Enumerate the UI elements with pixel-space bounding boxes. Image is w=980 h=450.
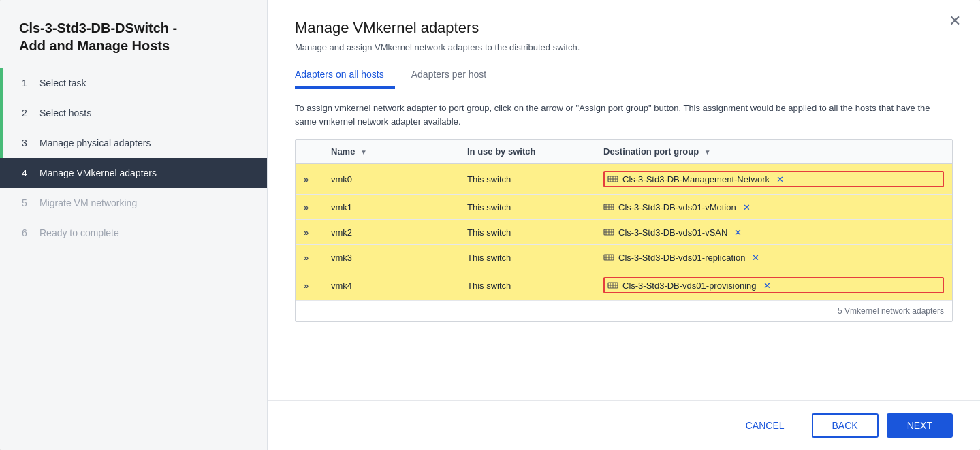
step-label-2: Select hosts (39, 108, 91, 118)
tabs: Adapters on all hosts Adapters per host (295, 63, 953, 89)
dest-sort-icon[interactable]: ▼ (704, 148, 711, 156)
sidebar-item-physical-adapters[interactable]: 3 Manage physical adapters (0, 128, 267, 158)
dest-cell: Cls-3-Std3-DB-Management-Network ✕ (595, 164, 952, 195)
dest-label: Cls-3-Std3-DB-vds01-vMotion (618, 202, 736, 212)
adapters-table: Name ▼ In use by switch Destination port… (296, 140, 952, 301)
sidebar-item-select-hosts[interactable]: 2 Select hosts (0, 98, 267, 128)
col-switch-header: In use by switch (459, 140, 595, 164)
step-label-1: Select task (39, 78, 86, 89)
table-row: » vmk0 This switch (296, 164, 952, 195)
page-title: Manage VMkernel adapters (295, 19, 953, 37)
name-cell: vmk1 (323, 195, 459, 220)
remove-port-group-btn[interactable]: ✕ (743, 202, 750, 212)
dest-cell: Cls-3-Std3-DB-vds01-vMotion ✕ (595, 195, 952, 220)
network-icon (603, 227, 614, 238)
col-dest-header: Destination port group ▼ (595, 140, 952, 164)
switch-cell: This switch (459, 270, 595, 301)
step-number-6: 6 (22, 227, 33, 238)
step-label-5: Migrate VM networking (39, 197, 137, 208)
network-icon (603, 202, 614, 212)
dialog: Cls-3-Std3-DB-DSwitch -Add and Manage Ho… (0, 0, 980, 450)
switch-cell: This switch (459, 195, 595, 220)
name-cell: vmk2 (323, 220, 459, 245)
dest-label: Cls-3-Std3-DB-vds01-provisioning (622, 280, 757, 291)
table-row: » vmk2 This switch (296, 220, 952, 245)
sidebar-steps: 1 Select task 2 Select hosts 3 Manage ph… (0, 68, 267, 450)
expand-cell[interactable]: » (296, 270, 323, 301)
expand-cell[interactable]: » (296, 195, 323, 220)
expand-cell[interactable]: » (296, 220, 323, 245)
sidebar-item-migrate-vm: 5 Migrate VM networking (0, 188, 267, 218)
network-icon (603, 252, 614, 263)
sidebar: Cls-3-Std3-DB-DSwitch -Add and Manage Ho… (0, 0, 268, 450)
col-name-header: Name ▼ (323, 140, 459, 164)
cancel-button[interactable]: CANCEL (727, 415, 804, 436)
step-number-3: 3 (22, 138, 33, 148)
info-text: To assign vmkernel network adapter to po… (295, 101, 953, 128)
close-button[interactable]: ✕ (949, 14, 961, 29)
table-row: » vmk3 This switch (296, 245, 952, 270)
tab-per-host[interactable]: Adapters per host (411, 63, 498, 89)
switch-cell: This switch (459, 164, 595, 195)
adapters-table-wrapper: Name ▼ In use by switch Destination port… (295, 139, 953, 322)
table-row: » vmk4 This switch (296, 270, 952, 301)
col-expand-header (296, 140, 323, 164)
sidebar-item-vmkernel-adapters[interactable]: 4 Manage VMkernel adapters (0, 158, 267, 188)
table-footer: 5 Vmkernel network adapters (296, 301, 952, 321)
name-cell: vmk3 (323, 245, 459, 270)
step-label-3: Manage physical adapters (39, 138, 151, 148)
remove-port-group-btn[interactable]: ✕ (752, 253, 759, 263)
name-sort-icon[interactable]: ▼ (360, 148, 367, 156)
remove-port-group-btn[interactable]: ✕ (776, 174, 784, 184)
remove-port-group-btn[interactable]: ✕ (734, 227, 742, 238)
step-label-4: Manage VMkernel adapters (39, 167, 157, 178)
switch-cell: This switch (459, 245, 595, 270)
dest-label: Cls-3-Std3-DB-Management-Network (622, 174, 770, 184)
switch-cell: This switch (459, 220, 595, 245)
dest-cell: Cls-3-Std3-DB-vds01-replication ✕ (595, 245, 952, 270)
expand-cell[interactable]: » (296, 245, 323, 270)
dest-label: Cls-3-Std3-DB-vds01-vSAN (618, 227, 727, 238)
network-icon (607, 280, 618, 291)
main-panel: Manage VMkernel adapters Manage and assi… (268, 0, 980, 450)
tab-all-hosts[interactable]: Adapters on all hosts (295, 63, 395, 89)
step-number-5: 5 (22, 197, 33, 208)
step-label-6: Ready to complete (39, 227, 119, 238)
table-header-row: Name ▼ In use by switch Destination port… (296, 140, 952, 164)
step-number-2: 2 (22, 108, 33, 118)
dest-label: Cls-3-Std3-DB-vds01-replication (618, 253, 745, 263)
network-icon (607, 174, 618, 184)
main-content: To assign vmkernel network adapter to po… (268, 89, 980, 400)
step-number-4: 4 (22, 167, 33, 178)
page-subtitle: Manage and assign VMkernel network adapt… (295, 42, 953, 52)
expand-cell[interactable]: » (296, 164, 323, 195)
main-header: Manage VMkernel adapters Manage and assi… (268, 0, 980, 89)
dest-cell: Cls-3-Std3-DB-vds01-provisioning ✕ (595, 270, 952, 301)
step-number-1: 1 (22, 78, 33, 89)
sidebar-item-ready: 6 Ready to complete (0, 218, 267, 248)
dest-cell: Cls-3-Std3-DB-vds01-vSAN ✕ (595, 220, 952, 245)
next-button[interactable]: NEXT (887, 413, 953, 438)
table-body: » vmk0 This switch (296, 164, 952, 301)
name-cell: vmk0 (323, 164, 459, 195)
name-cell: vmk4 (323, 270, 459, 301)
table-row: » vmk1 This switch (296, 195, 952, 220)
sidebar-item-select-task[interactable]: 1 Select task (0, 68, 267, 98)
back-button[interactable]: BACK (812, 413, 879, 438)
remove-port-group-btn[interactable]: ✕ (763, 280, 771, 291)
dialog-footer: CANCEL BACK NEXT (268, 400, 980, 450)
sidebar-title: Cls-3-Std3-DB-DSwitch -Add and Manage Ho… (0, 0, 267, 68)
